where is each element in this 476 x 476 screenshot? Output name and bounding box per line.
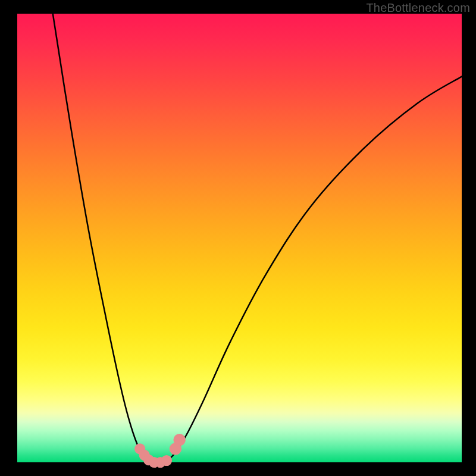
left-curve [53,14,155,462]
marker-group [134,434,186,468]
curves-layer [17,14,462,462]
highlight-marker [173,434,185,446]
chart-frame: TheBottleneck.com [0,0,476,476]
plot-area [17,14,462,462]
watermark-text: TheBottleneck.com [366,1,470,15]
right-curve [164,77,462,462]
highlight-marker [161,455,172,466]
